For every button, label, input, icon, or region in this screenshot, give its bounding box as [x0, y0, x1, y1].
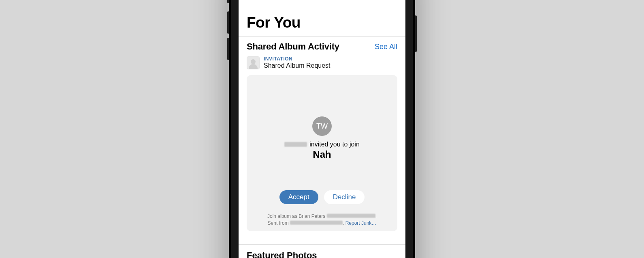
report-junk-link[interactable]: Report Junk…: [345, 220, 377, 226]
sent-from-text: Sent from: [268, 220, 289, 226]
volume-down-button: [227, 38, 229, 60]
invitation-row[interactable]: INVITATION Shared Album Request: [239, 54, 405, 73]
album-icon: [247, 56, 260, 69]
invitation-card: TW invited you to join Nah Accept Declin…: [247, 75, 397, 231]
silence-switch: [227, 0, 229, 3]
avatar: TW: [312, 116, 332, 136]
invitation-eyebrow: INVITATION: [264, 56, 331, 62]
page-title: For You: [239, 7, 405, 36]
button-row: Accept Decline: [279, 190, 365, 204]
album-name: Nah: [313, 149, 331, 160]
phone-screen: For You Shared Album Activity See All IN…: [239, 0, 405, 258]
phone-bezel: For You Shared Album Activity See All IN…: [231, 0, 413, 258]
invite-text: invited you to join: [309, 141, 360, 148]
phone-frame: For You Shared Album Activity See All IN…: [229, 0, 415, 258]
shared-section-header: Shared Album Activity See All: [239, 37, 405, 54]
side-button: [415, 15, 417, 52]
accept-button[interactable]: Accept: [279, 190, 318, 204]
invitation-footer: Join album as Brian Peters . Sent from .…: [252, 213, 392, 227]
invitation-subtitle: Shared Album Request: [264, 62, 331, 69]
shared-section-title: Shared Album Activity: [247, 41, 339, 52]
redacted-from: [290, 221, 343, 225]
redacted-sender-name: [284, 142, 307, 147]
invite-line: invited you to join: [284, 141, 360, 148]
decline-button[interactable]: Decline: [324, 190, 365, 204]
join-as-text: Join album as Brian Peters: [267, 213, 325, 219]
app-content[interactable]: For You Shared Album Activity See All IN…: [239, 7, 405, 258]
see-all-button[interactable]: See All: [375, 43, 397, 51]
redacted-email: [327, 214, 375, 218]
featured-section-title: Featured Photos: [239, 245, 405, 258]
volume-up-button: [227, 11, 229, 34]
